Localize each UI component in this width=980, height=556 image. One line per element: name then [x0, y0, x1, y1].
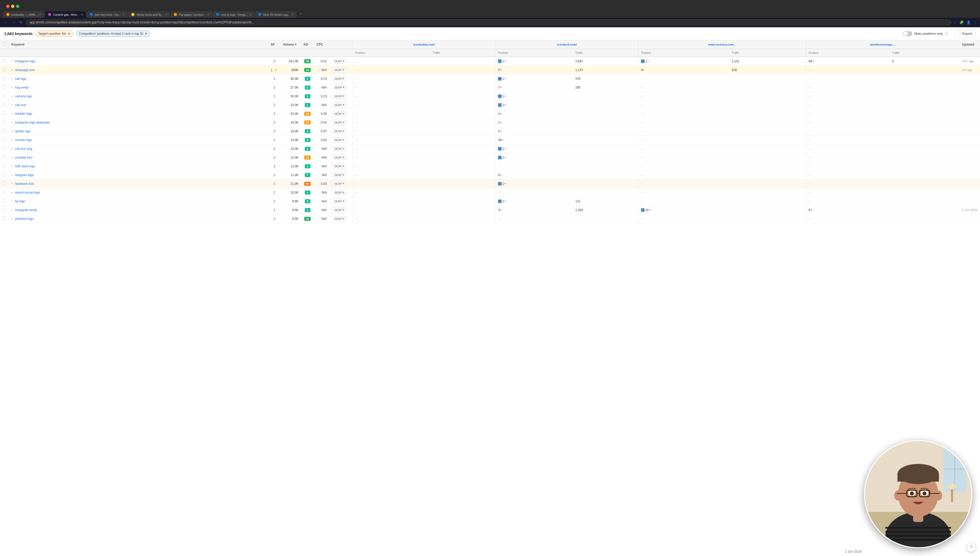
tab-close-icon[interactable]: ✕	[81, 13, 83, 16]
add-keyword-icon[interactable]: +	[11, 191, 13, 194]
row-checkbox[interactable]	[3, 94, 6, 97]
filter-competitors-position[interactable]: Competitors' positions: At least 2 rank …	[76, 31, 150, 37]
tab-vector-icons[interactable]: 🟡 Vector Icons and St... ✕	[128, 11, 170, 18]
row-checkbox[interactable]	[3, 199, 6, 202]
row-checkbox[interactable]	[3, 155, 6, 159]
row-checkbox[interactable]	[3, 129, 6, 133]
add-keyword-icon[interactable]: +	[11, 147, 13, 150]
add-keyword-icon[interactable]: +	[11, 217, 13, 221]
keyword-link[interactable]: hp logo	[15, 199, 25, 203]
serp-button[interactable]: SERP ▾	[332, 155, 347, 160]
keyword-link[interactable]: maruti suzuki logo	[15, 191, 40, 194]
profile-icon[interactable]: 👤	[966, 20, 971, 24]
add-keyword-icon[interactable]: +	[11, 77, 13, 81]
menu-icon[interactable]: ⋮	[973, 20, 977, 24]
keyword-link[interactable]: hdfc bank logo	[15, 165, 35, 168]
tab-free-svg[interactable]: 🔵 free svg icons - Go... ✕	[87, 11, 128, 18]
serp-button[interactable]: SERP ▾	[332, 111, 347, 116]
filter-close-icon[interactable]: ✕	[68, 32, 71, 36]
keyword-link[interactable]: zomato logo	[15, 138, 32, 142]
serp-button[interactable]: SERP ▾	[332, 59, 347, 63]
row-checkbox[interactable]	[3, 138, 6, 141]
keyword-link[interactable]: call logo	[15, 77, 26, 81]
add-keyword-icon[interactable]: +	[11, 156, 13, 159]
tab-close-icon[interactable]: ✕	[122, 13, 125, 16]
serp-button[interactable]: SERP ▾	[332, 190, 347, 195]
add-keyword-icon[interactable]: +	[11, 121, 13, 124]
add-keyword-icon[interactable]: +	[11, 94, 13, 98]
window-minimize[interactable]	[11, 5, 15, 8]
row-checkbox[interactable]	[3, 103, 6, 106]
keyword-link[interactable]: youtube icon	[15, 156, 32, 159]
add-keyword-icon[interactable]: +	[11, 86, 13, 89]
row-checkbox[interactable]	[3, 164, 6, 168]
add-keyword-icon[interactable]: +	[11, 208, 13, 212]
row-checkbox[interactable]	[3, 85, 6, 89]
new-tab-button[interactable]: +	[297, 10, 305, 18]
row-checkbox[interactable]	[3, 173, 6, 176]
serp-button[interactable]: SERP ▾	[332, 137, 347, 142]
keyword-link[interactable]: instagram logo	[15, 60, 35, 63]
add-keyword-icon[interactable]: +	[11, 103, 13, 107]
serp-button[interactable]: SERP ▾	[332, 207, 347, 212]
tab-close-icon[interactable]: ✕	[165, 13, 167, 16]
add-keyword-icon[interactable]: +	[11, 199, 13, 203]
main-positions-toggle[interactable]	[903, 31, 912, 36]
reload-button[interactable]: ↻	[19, 20, 24, 25]
back-button[interactable]: ←	[3, 20, 9, 25]
export-button[interactable]: ↑ Export	[955, 30, 976, 37]
keyword-link[interactable]: facebook icon	[15, 182, 34, 186]
serp-button[interactable]: SERP ▾	[332, 199, 347, 204]
add-keyword-icon[interactable]: +	[11, 165, 13, 168]
tab-top-pages[interactable]: 🟠 Top pages: iconduc... ✕	[170, 11, 212, 18]
main-positions-help-icon[interactable]: ⓘ	[945, 31, 949, 36]
window-maximize[interactable]	[16, 5, 19, 8]
serp-button[interactable]: SERP ▾	[332, 102, 347, 107]
tab-close-icon[interactable]: ✕	[207, 13, 209, 16]
add-keyword-icon[interactable]: +	[11, 112, 13, 116]
row-checkbox[interactable]	[3, 68, 6, 71]
window-close[interactable]	[6, 5, 10, 8]
keyword-link[interactable]: whatsapp icon	[15, 68, 35, 72]
add-keyword-icon[interactable]: +	[11, 173, 13, 177]
keyword-link[interactable]: call icon png	[15, 147, 32, 150]
help-button[interactable]: ?	[967, 543, 976, 552]
keyword-link[interactable]: linkedin logo	[15, 112, 32, 116]
tab-next-js[interactable]: 🔵 next js logo - Googl... ✕	[213, 11, 254, 18]
add-keyword-icon[interactable]: +	[11, 138, 13, 142]
row-checkbox[interactable]	[3, 147, 6, 150]
extensions-icon[interactable]: 🧩	[959, 20, 964, 24]
th-volume[interactable]: Volume ▼	[280, 40, 301, 49]
tab-next-js-vector[interactable]: 🔵 Next JS Vector Log... ✕	[255, 11, 296, 18]
tab-iconbuddy[interactable]: 🟠 iconbuddy — 200K... ✕	[3, 11, 44, 18]
keyword-link[interactable]: spotify logo	[15, 129, 31, 133]
tab-content-gap[interactable]: 🟣 Content gap - Ahre... ✕	[45, 11, 86, 18]
add-keyword-icon[interactable]: +	[11, 182, 13, 186]
tab-close-icon[interactable]: ✕	[249, 13, 251, 16]
add-keyword-icon[interactable]: +	[11, 60, 13, 63]
serp-button[interactable]: SERP ▾	[332, 164, 347, 169]
keyword-link[interactable]: pinterest logo	[15, 217, 34, 221]
serp-button[interactable]: SERP ▾	[332, 68, 347, 72]
serp-button[interactable]: SERP ▾	[332, 216, 347, 221]
tab-close-icon[interactable]: ✕	[292, 13, 293, 16]
serp-button[interactable]: SERP ▾	[332, 146, 347, 151]
add-keyword-icon[interactable]: +	[11, 68, 13, 72]
row-checkbox[interactable]	[3, 190, 6, 194]
serp-button[interactable]: SERP ▾	[332, 129, 347, 134]
keyword-link[interactable]: hug emoji	[15, 86, 28, 89]
keyword-link[interactable]: telegram logo	[15, 173, 34, 177]
row-checkbox[interactable]	[3, 181, 6, 185]
serp-button[interactable]: SERP ▾	[332, 76, 347, 81]
tab-close-icon[interactable]: ✕	[39, 13, 41, 16]
bookmark-icon[interactable]: ☆	[954, 20, 957, 24]
row-checkbox[interactable]	[3, 217, 6, 220]
filter-target-position[interactable]: Target's position: No ✕	[35, 31, 73, 37]
keyword-link[interactable]: call icon	[15, 103, 26, 107]
add-keyword-icon[interactable]: +	[11, 129, 13, 133]
serp-button[interactable]: SERP ▾	[332, 94, 347, 99]
serp-button[interactable]: SERP ▾	[332, 120, 347, 125]
serp-button[interactable]: SERP ▾	[332, 173, 347, 177]
serp-button[interactable]: SERP ▾	[332, 85, 347, 90]
select-all-checkbox[interactable]	[3, 42, 6, 46]
